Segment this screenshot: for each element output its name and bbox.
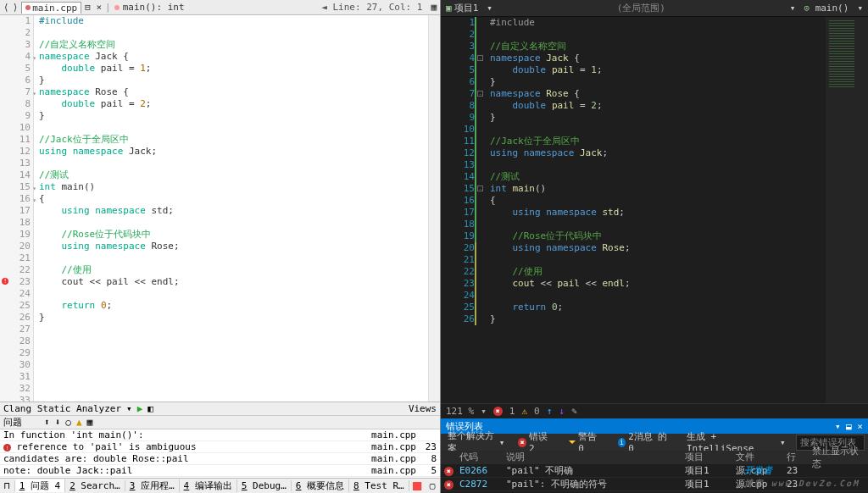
left-code[interactable]: #include //自定义名称空间namespace Jack { doubl… [34, 15, 428, 402]
tabs-toggle-icon[interactable]: ⊓ [0, 480, 15, 491]
file-tab[interactable]: main.cpp [21, 2, 81, 14]
file-tab-label: main.cpp [32, 3, 77, 14]
run-icon[interactable]: ▶ [137, 403, 143, 414]
error-count-icon[interactable]: ✖ [493, 407, 503, 416]
watermark: 开发者 博客 www.DevZe.CoM [744, 458, 860, 490]
bottom-tab[interactable]: 5 Debug… [237, 480, 292, 491]
zoom-level[interactable]: 121 % [446, 406, 474, 417]
bottom-tab[interactable]: 2 Search… [65, 480, 125, 491]
bottom-tab[interactable]: 6 概要信息 [292, 479, 349, 492]
problems-title: 问题 [3, 416, 22, 429]
right-ide-pane: ▣项目1 ▾ (全局范围) ▾ ⊙ main() ▾ 1234-567-8910… [441, 0, 868, 493]
nav-up-icon[interactable]: ↑ [547, 406, 553, 417]
dropdown-icon[interactable]: ▾ [126, 403, 132, 414]
toggle-icon[interactable]: ◧ [147, 403, 153, 414]
project-selector[interactable]: ▣项目1 [446, 2, 478, 14]
right-editor[interactable]: 1234-567-89101112131415-1617181920212223… [441, 17, 868, 403]
left-gutter: 1234▾567▾89101112131415▾16▾1718192021222… [0, 15, 34, 402]
func-icon [114, 5, 120, 10]
right-status-bar: 121 % ▾ ✖1 ⚠0 ↑ ↓ ✎ [441, 403, 868, 418]
panel-menu-icon[interactable]: ▦ [431, 2, 437, 13]
problem-row[interactable]: candidates are: double Rose::pailmain.cp… [0, 453, 440, 465]
right-code[interactable]: #include //自定义名称空间namespace Jack { doubl… [478, 17, 826, 403]
modified-icon [25, 5, 31, 10]
problems-toolbar: 问题 ⬆⬇○▲▦ [0, 415, 440, 429]
problem-row[interactable]: ! reference to 'pail' is ambiguousmain.c… [0, 441, 440, 453]
right-gutter: 1234-567-89101112131415-1617181920212223… [441, 17, 478, 403]
minimap[interactable] [826, 17, 868, 403]
left-scrollbar[interactable] [428, 15, 440, 402]
nav-back-icon[interactable]: ⟨ [3, 2, 9, 13]
bottom-tab[interactable]: 8 Test R… [349, 480, 409, 491]
right-nav: ▣项目1 ▾ (全局范围) ▾ ⊙ main() ▾ [441, 0, 868, 17]
left-ide-pane: ⟨ ⟩ main.cpp ⊟ × | main(): int ◄ Line: 2… [0, 0, 441, 493]
problem-row[interactable]: In function 'int main()':main.cpp [0, 429, 440, 441]
tab-close-icon[interactable]: ⊟ × [85, 2, 102, 13]
nav-down-icon[interactable]: ↓ [559, 406, 565, 417]
progress-bar [413, 482, 422, 490]
nav-prev-icon[interactable]: ◄ [321, 2, 327, 13]
nav-fwd-icon[interactable]: ⟩ [13, 2, 19, 13]
problem-row[interactable]: note: double Jack::pailmain.cpp5 [0, 465, 440, 477]
func-selector[interactable]: ⊙ main() [804, 3, 849, 14]
left-tabbar: ⟨ ⟩ main.cpp ⊟ × | main(): int ◄ Line: 2… [0, 0, 440, 15]
left-editor[interactable]: 1234▾567▾89101112131415▾16▾1718192021222… [0, 15, 440, 402]
function-nav[interactable]: main(): int [123, 2, 185, 13]
bottom-tab[interactable]: 4 编译输出 [180, 479, 237, 492]
analyzer-bar: Clang Static Analyzer ▾ ▶ ◧ Views [0, 402, 440, 415]
views-label[interactable]: Views [409, 403, 437, 414]
warn-count-icon[interactable]: ⚠ [521, 406, 527, 417]
bottom-tab[interactable]: 3 应用程… [125, 479, 180, 492]
tool-icon[interactable]: ✎ [571, 406, 577, 417]
bottom-tab[interactable]: 1 问题 4 [15, 479, 66, 492]
error-list[interactable]: 代码说明项目文件行禁止显示状态 ✖E0266"pail" 不明确项目1源.cpp… [441, 451, 868, 493]
analyzer-label: Clang Static Analyzer [3, 403, 121, 414]
error-list-toolbar: 整个解决方案 ▾ ✖错误 2 警告 0 i2消息 的 0 生成 + Intell… [441, 434, 868, 451]
scope-selector[interactable]: (全局范围) [501, 2, 782, 14]
bottom-tab-bar: ⊓ 1 问题 42 Search…3 应用程…4 编译输出5 Debug…6 概… [0, 478, 440, 493]
pin-icon[interactable]: ▾ ⬓ × [835, 421, 863, 432]
cursor-pos: Line: 27, Col: 1 [332, 2, 422, 13]
problems-panel[interactable]: In function 'int main()':main.cpp! refer… [0, 429, 440, 478]
